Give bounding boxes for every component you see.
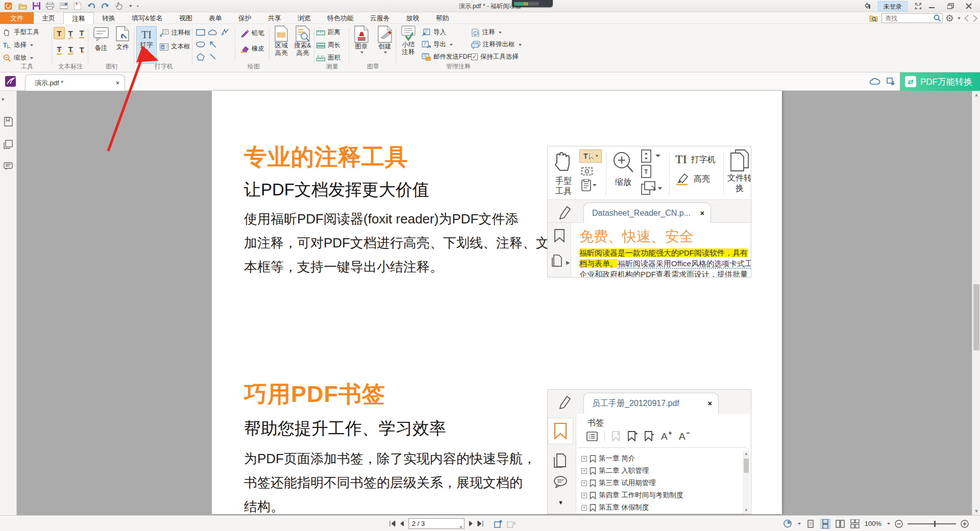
login-button[interactable]: 未登录 — [878, 1, 908, 11]
next-page-icon[interactable] — [469, 520, 473, 527]
bookmark-item[interactable]: + 第二章 入职管理 — [581, 465, 683, 477]
polyline-shape-button[interactable] — [221, 29, 229, 36]
bookmark-item[interactable]: + 第四章 工作时间与考勤制度 — [581, 489, 683, 501]
settings-gear-icon[interactable] — [946, 14, 953, 22]
email-fdf-button[interactable]: 邮件发送FDF — [422, 50, 471, 63]
first-page-icon[interactable] — [389, 520, 396, 527]
scrollbar-thumb[interactable] — [973, 284, 979, 350]
new-document-icon[interactable]: * — [73, 2, 82, 10]
zoom-out-icon[interactable] — [895, 520, 903, 528]
page-number-dropdown[interactable] — [458, 522, 462, 530]
pdf-converter-button[interactable]: ⇄ PDF万能转换 — [900, 72, 980, 91]
tab-comment[interactable]: 注释 — [63, 12, 94, 24]
autoscroll-icon[interactable] — [783, 519, 792, 528]
autoscroll-dropdown[interactable] — [798, 523, 801, 525]
tab-form[interactable]: 表单 — [201, 12, 230, 24]
import-comments-button[interactable]: 导入 — [422, 26, 446, 39]
search-folder-icon[interactable] — [869, 14, 878, 22]
bookmark-item[interactable]: + 第三章 试用期管理 — [581, 477, 683, 489]
tab-convert[interactable]: 转换 — [94, 12, 124, 24]
save-icon[interactable] — [32, 2, 41, 10]
line-shape-button[interactable] — [209, 53, 216, 60]
note-button[interactable]: 备注 — [91, 27, 111, 52]
comments-panel-button[interactable]: 注释 — [471, 26, 502, 39]
callout-button[interactable]: 注释框 — [160, 27, 191, 39]
tab-browse[interactable]: 浏览 — [289, 12, 319, 24]
facing-page-icon[interactable] — [835, 519, 845, 529]
print-icon[interactable] — [45, 2, 55, 10]
tab-share[interactable]: 共享 — [260, 12, 289, 24]
cloud-icon[interactable] — [869, 77, 880, 85]
pages-panel-icon[interactable] — [4, 140, 13, 149]
zoom-slider[interactable] — [908, 523, 956, 524]
save-as-icon[interactable] — [887, 77, 896, 85]
prev-page-icon[interactable] — [400, 520, 404, 527]
start-page-icon[interactable] — [5, 76, 16, 87]
foxit-logo-icon[interactable] — [4, 2, 13, 10]
tab-file[interactable]: 文件 — [0, 12, 34, 24]
vertical-scrollbar[interactable]: ▲ ▼ — [972, 91, 980, 515]
prev-view-chevron-icon[interactable] — [964, 15, 969, 22]
share-icon[interactable] — [863, 3, 871, 10]
hand-tool-button[interactable]: 手型工具 — [3, 26, 51, 39]
app-grid-icon[interactable] — [915, 3, 922, 10]
arrow-shape-button[interactable] — [209, 41, 217, 48]
eraser-button[interactable]: 橡皮 — [240, 42, 264, 55]
restore-button[interactable] — [947, 3, 959, 9]
document-tab[interactable]: 演示.pdf * × — [25, 74, 125, 91]
highlight-text-button[interactable]: T — [54, 27, 65, 39]
hand-pointer-icon[interactable] — [114, 2, 124, 10]
bookmark-scrollbar[interactable]: ▲ ▼ — [743, 450, 750, 514]
continuous-facing-icon[interactable] — [850, 519, 860, 529]
select-button[interactable]: T 选择 — [3, 39, 51, 52]
strikeout-text-button[interactable]: T — [54, 43, 65, 56]
distance-button[interactable]: 距离 — [316, 26, 348, 39]
rectangle-shape-button[interactable] — [196, 29, 205, 36]
hand-pointer-dropdown[interactable] — [129, 5, 132, 7]
stamp-button[interactable]: 图章 — [351, 26, 372, 54]
settings-dropdown[interactable] — [958, 17, 961, 19]
pentagon-shape-button[interactable] — [197, 53, 205, 61]
tab-help[interactable]: 帮助 — [428, 12, 457, 24]
bookmark-item[interactable]: + 第一章 简介 — [581, 452, 683, 465]
summary-comments-button[interactable]: 小结注释 — [398, 26, 419, 56]
redo-icon[interactable] — [101, 2, 110, 10]
comments-panel-rail-icon[interactable] — [4, 162, 13, 170]
next-view-chevron-icon[interactable] — [972, 15, 978, 22]
last-page-icon[interactable] — [477, 520, 484, 527]
document-tab-close-icon[interactable]: × — [115, 79, 119, 87]
perimeter-button[interactable]: 周长 — [316, 39, 348, 52]
tab-fill-sign[interactable]: 填写&签名 — [124, 12, 171, 24]
zoom-slider-thumb[interactable] — [934, 521, 936, 527]
next-view-icon[interactable] — [507, 520, 516, 528]
replace-text-button[interactable]: T^ — [65, 43, 76, 56]
scroll-down-icon[interactable]: ▼ — [972, 507, 980, 515]
squiggly-underline-button[interactable]: T — [65, 27, 76, 39]
search-icon[interactable] — [934, 14, 941, 22]
tab-view[interactable]: 视图 — [171, 12, 201, 24]
export-comments-button[interactable]: 导出 — [422, 38, 453, 51]
bookmark-panel-icon[interactable] — [4, 117, 13, 127]
pencil-button[interactable]: 铅笔 — [240, 27, 264, 40]
tab-cloud[interactable]: 云服务 — [362, 12, 398, 24]
insert-text-button[interactable]: T^ — [76, 43, 87, 56]
keep-tool-selected-checkbox[interactable]: ✓ 保持工具选择 — [471, 50, 519, 63]
undo-icon[interactable] — [87, 2, 96, 10]
typewriter-button[interactable]: TI 打字机 — [136, 26, 157, 64]
file-attachment-button[interactable]: 文件 — [113, 26, 132, 51]
open-file-icon[interactable] — [18, 2, 27, 10]
scroll-up-icon[interactable]: ▲ — [972, 91, 980, 99]
search-highlight-button[interactable]: 搜索&高亮 — [292, 26, 313, 57]
continuous-page-icon[interactable] — [820, 519, 830, 529]
zoom-dropdown[interactable] — [887, 523, 890, 525]
oval-shape-button[interactable] — [196, 41, 205, 47]
textbox-button[interactable]: A 文本框 — [160, 40, 190, 53]
area-highlight-button[interactable]: 区域高亮 — [272, 26, 291, 57]
cloud-shape-button[interactable] — [208, 29, 218, 36]
comment-popup-button[interactable]: 注释弹出框 — [471, 38, 522, 51]
minimize-button[interactable] — [929, 3, 940, 9]
create-stamp-button[interactable]: 创建 — [375, 26, 395, 54]
tab-home[interactable]: 主页 — [34, 12, 63, 24]
close-button[interactable] — [966, 3, 977, 9]
email-icon[interactable] — [59, 2, 68, 10]
